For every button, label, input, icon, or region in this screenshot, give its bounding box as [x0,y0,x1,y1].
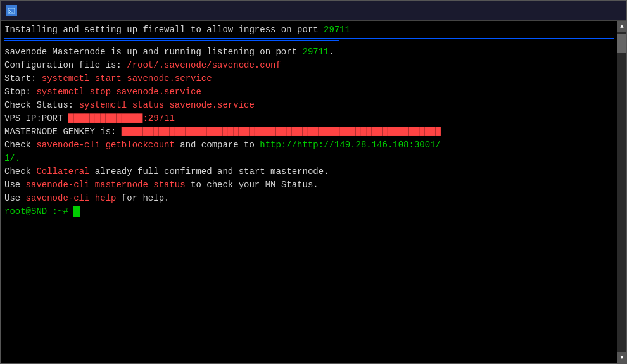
line-part: ████████████████████████████████████████… [122,127,441,137]
terminal-line: Use savenode-cli help for help. [4,192,614,205]
terminal-line: VPS_IP:PORT ██████████████:29711 [4,112,614,125]
line-part: ██████████████:29711 [68,113,175,123]
scrollbar-thumb[interactable] [618,34,626,53]
terminal-window: Installing and setting up firewall to al… [0,0,627,364]
line-part: systemctl stop savenode.service [36,87,201,97]
line-part: VPS_IP:PORT [4,113,68,123]
line-part: Check Status: [4,100,79,110]
line-part: and compare to [175,140,260,150]
line-part: Use [4,193,26,203]
line-part: Start: [4,73,42,84]
line-part: MASTERNODE GENKEY is: [4,127,122,137]
line-part: systemctl status savenode.service [79,100,255,110]
terminal-line: Check savenode-cli getblockcount and com… [4,139,614,152]
close-button[interactable] [596,2,621,20]
line-part: http://http://149.28.146.108:3001/ [260,140,441,150]
line-part: 29711 [302,47,329,57]
line-part: savenode-cli help [26,193,117,203]
terminal-line: Installing and setting up firewall to al… [4,23,614,37]
titlebar [1,1,626,21]
line-part: Installing and setting up firewall to al… [4,25,324,35]
terminal-line: Check Collateral already full confirmed … [4,165,614,179]
scroll-down-button[interactable]: ▼ [618,352,626,363]
line-part: . [329,47,334,57]
line-part: Stop: [4,87,36,97]
terminal-line: Use savenode-cli masternode status to ch… [4,179,614,192]
maximize-button[interactable] [569,2,595,20]
cursor [73,206,80,217]
line-part: Configuration file is: [4,60,127,70]
separator-line-short [4,40,339,41]
scrollbar[interactable]: ▲ ▼ [618,21,626,363]
line-part: savenode Masternode is up and running li… [4,47,302,57]
window-controls [543,2,621,20]
line-part: savenode-cli masternode status [26,180,186,190]
scrollbar-track[interactable] [618,32,626,352]
terminal-line: Check Status: systemctl status savenode.… [4,99,614,112]
prompt-text: root@SND :~# [4,206,73,217]
line-part: savenode-cli getblockcount [36,140,174,150]
separator-line [4,38,614,39]
scroll-up-button[interactable]: ▲ [618,21,626,32]
line-part: for help. [116,193,169,203]
line-part: Collateral [36,166,89,177]
terminal-line: 1/. [4,152,614,165]
line-part: Use [4,180,26,190]
line-part: Check [4,140,36,150]
minimize-button[interactable] [543,2,568,20]
line-part: 29711 [324,25,350,35]
terminal-line: savenode Masternode is up and running li… [4,46,614,59]
terminal-line: Configuration file is: /root/.savenode/s… [4,59,614,72]
line-part: /root/.savenode/savenode.conf [127,60,281,70]
line-part: already full confirmed and start mastern… [89,166,329,177]
terminal-prompt: root@SND :~# [4,205,614,218]
terminal-area: Installing and setting up firewall to al… [1,21,626,363]
line-part: 1/. [4,153,20,163]
separator-line-short [4,44,339,44]
terminal-line: Start: systemctl start savenode.service [4,72,614,85]
line-part: systemctl start savenode.service [42,73,212,84]
terminal-output[interactable]: Installing and setting up firewall to al… [1,21,618,363]
terminal-icon [6,5,17,16]
line-part: to check your MN Status. [186,180,319,190]
separator-line [4,42,614,42]
terminal-line: MASTERNODE GENKEY is: ██████████████████… [4,125,614,139]
terminal-line: Stop: systemctl stop savenode.service [4,85,614,99]
line-part: Check [4,166,36,177]
